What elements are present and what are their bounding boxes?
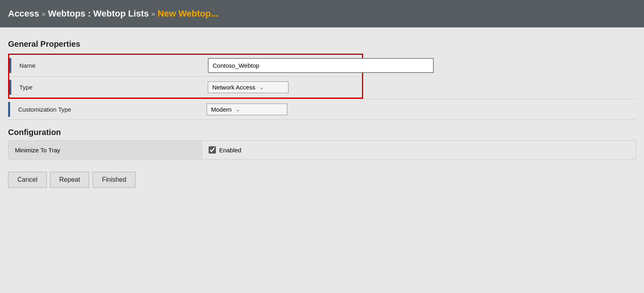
enabled-checkbox-container: Enabled [209, 146, 629, 154]
type-select-value: Network Access [212, 84, 255, 91]
cancel-button[interactable]: Cancel [8, 172, 47, 188]
button-row: Cancel Repeat Finished [8, 172, 636, 188]
finished-button[interactable]: Finished [92, 172, 135, 188]
configuration-table: Minimize To Tray Enabled [8, 140, 636, 160]
customization-type-select-wrapper[interactable]: Modern ⌄ [207, 104, 287, 115]
type-select-wrapper[interactable]: Network Access ⌄ [208, 81, 289, 93]
customization-chevron-icon: ⌄ [236, 106, 240, 112]
header-bar: Access » Webtops : Webtop Lists » New We… [0, 0, 644, 27]
type-chevron-icon: ⌄ [259, 84, 264, 90]
customization-type-label: Customization Type [8, 102, 202, 117]
breadcrumb: Access » Webtops : Webtop Lists » New We… [8, 8, 218, 19]
general-properties-section: General Properties Name Type Network Acc… [8, 39, 636, 120]
breadcrumb-part1: Access [8, 8, 39, 19]
name-value-cell [203, 55, 439, 76]
customization-type-row: Customization Type Modern ⌄ [8, 99, 636, 120]
minimize-to-tray-label: Minimize To Tray [8, 141, 202, 160]
type-label: Type [9, 80, 203, 95]
type-value-cell: Network Access ⌄ [203, 78, 362, 96]
configuration-heading: Configuration [8, 128, 636, 137]
main-content: General Properties Name Type Network Acc… [0, 27, 644, 196]
breadcrumb-sep2: » [151, 10, 155, 18]
minimize-to-tray-checkbox[interactable] [209, 146, 216, 154]
breadcrumb-current: New Webtop... [158, 8, 218, 19]
configuration-section: Configuration Minimize To Tray Enabled [8, 128, 636, 160]
general-properties-heading: General Properties [8, 39, 636, 49]
repeat-button[interactable]: Repeat [50, 172, 90, 188]
minimize-to-tray-row: Minimize To Tray Enabled [8, 141, 636, 160]
customization-type-select-value: Modern [211, 106, 232, 113]
customization-type-value-cell: Modern ⌄ [202, 100, 636, 118]
breadcrumb-part2: Webtops : Webtop Lists [48, 8, 149, 19]
name-input[interactable] [208, 58, 434, 73]
breadcrumb-sep1: » [42, 10, 46, 18]
type-row: Type Network Access ⌄ [9, 77, 362, 98]
minimize-to-tray-value: Enabled [202, 141, 636, 160]
name-row: Name [9, 55, 362, 77]
enabled-label: Enabled [219, 147, 241, 154]
name-label: Name [9, 58, 203, 73]
